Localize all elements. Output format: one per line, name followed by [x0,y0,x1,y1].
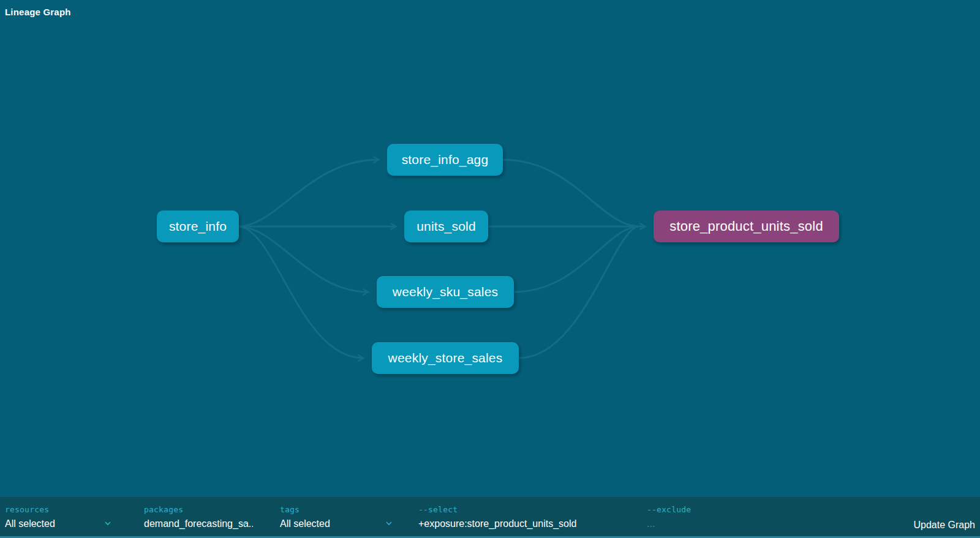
filter-field-exclude: --exclude ... [647,497,800,536]
tags-label: tags [280,505,393,514]
filter-field-tags: tags All selected [280,497,393,536]
tags-select[interactable]: All selected [280,518,393,529]
lineage-canvas[interactable]: store_info store_info_agg units_sold wee… [0,0,980,497]
filter-field-select: --select +exposure:store_product_units_s… [418,497,620,536]
edge-weekly_sku_sales-exposure [514,226,638,292]
node-label: weekly_store_sales [388,351,503,365]
node-label: units_sold [417,219,476,234]
graph-node-store_product_units_sold[interactable]: store_product_units_sold [654,211,839,242]
resources-value: All selected [5,518,55,529]
chevron-down-icon[interactable] [385,520,393,527]
chevron-down-icon[interactable] [104,520,111,527]
edge-store_info-weekly_store_sales [239,226,363,358]
node-label: store_info [169,219,227,234]
graph-node-weekly_sku_sales[interactable]: weekly_sku_sales [377,276,514,308]
chevron-down-icon[interactable] [241,520,248,527]
packages-label: packages [144,505,254,514]
edge-store_info_agg-exposure [503,160,638,226]
select-input[interactable]: +exposure:store_product_units_sold [418,518,620,529]
filter-field-packages: packages demand_forecasting_sa... [144,497,254,536]
node-label: weekly_sku_sales [393,285,498,299]
edge-store_info-store_info_agg [239,160,379,226]
node-label: store_product_units_sold [669,219,823,234]
node-label: store_info_agg [402,152,489,167]
edge-store_info-weekly_sku_sales [239,226,368,292]
filter-bar: resources All selected packages demand_f… [0,497,980,538]
lineage-edges [0,0,980,497]
tags-value: All selected [280,518,330,529]
filter-field-resources: resources All selected [5,497,115,536]
exclude-input[interactable]: ... [647,518,800,529]
edge-weekly_store_sales-exposure [519,226,638,358]
update-graph-button[interactable]: Update Graph [913,517,975,533]
packages-value: demand_forecasting_sa... [144,518,253,529]
exclude-label: --exclude [647,505,800,514]
packages-select[interactable]: demand_forecasting_sa... [144,518,254,532]
graph-node-store_info_agg[interactable]: store_info_agg [387,144,503,176]
select-label: --select [418,505,620,514]
graph-node-store_info[interactable]: store_info [157,211,239,242]
graph-node-weekly_store_sales[interactable]: weekly_store_sales [372,342,519,374]
graph-node-units_sold[interactable]: units_sold [404,211,488,242]
resources-label: resources [5,505,115,514]
resources-select[interactable]: All selected [5,518,115,529]
